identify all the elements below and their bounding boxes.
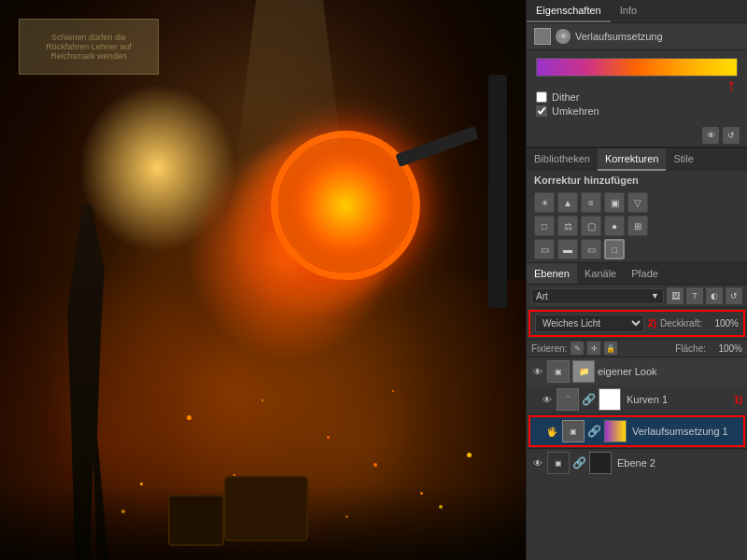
spark [374,463,377,467]
corrections-tabs: Bibliotheken Korrekturen Stile [527,148,747,171]
reset-tool-icon[interactable]: ↺ [723,127,740,144]
layer-mask-ebene2 [589,452,612,474]
properties-toolbar: 👁 ↺ [527,124,747,147]
layer-link-ebene2: 🔗 [572,456,586,469]
dropdown-arrow: ▼ [651,291,659,301]
layers-panel: Ebenen Kanäle Pfade Art ▼ 🖼 T ◐ ↺ Weiche… [527,263,747,560]
layer-link-verlauf: 🔗 [587,425,601,438]
layer-type-select[interactable]: Art ▼ [531,288,664,304]
layer-item-ebene2[interactable]: 👁 ▣ 🔗 Ebene 2 [527,449,747,477]
layer-thumb-ebene2: ▣ [547,452,570,474]
corr-btn-colorbal[interactable]: ▢ [581,216,601,236]
layer-link-kurven: 🔗 [582,393,596,406]
header-eye-icon[interactable]: 👁 [556,29,571,44]
fixieren-label: Fixieren: [531,343,567,354]
layer-mask-kurven [599,388,621,411]
layer-mask-verlauf [604,420,627,442]
group-icon: ▣ [547,360,570,383]
dither-checkbox[interactable] [536,91,547,103]
layer-filter-adjustment[interactable]: ◐ [706,287,723,304]
tab-info[interactable]: Info [611,0,646,22]
layer-thumb-kurven: ⌒ [557,388,579,411]
tab-korrekturen[interactable]: Korrekturen [598,148,666,171]
spark [327,436,330,439]
corr-btn-gradient[interactable]: ▽ [627,192,648,213]
corr-btn-vibrance[interactable]: □ [534,216,555,236]
layers-toolbar: Art ▼ 🖼 T ◐ ↺ [527,285,747,308]
sign-text: Schienen dürfen dieRückfahren Lehner auf… [46,33,132,61]
layers-tabs: Ebenen Kanäle Pfade [527,263,747,285]
corrections-header: Korrektur hinzufügen [527,171,747,189]
group-folder-icon: 📁 [572,360,595,383]
pipe [488,75,507,308]
dither-row: Dither [536,91,738,103]
opacity-value: 100% [706,318,739,329]
corr-btn-photo[interactable]: ⊞ [627,216,648,236]
corr-btn-brightness[interactable]: ☀ [534,192,555,213]
corrections-panel: Bibliotheken Korrekturen Stile Korrektur… [527,148,747,263]
photo-canvas: Schienen dürfen dieRückfahren Lehner auf… [0,0,526,560]
blend-mode-select[interactable]: Weiches Licht [535,315,644,332]
layer-hand-icon: 🖐 [544,424,559,439]
corr-btn-threshold[interactable]: ▬ [557,239,578,259]
layer-group: 👁 ▣ 📁 eigener Look 👁 ⌒ 🔗 Kurven 1 1) 🖐 ▣… [527,357,747,449]
layer-number-kurven: 1) [734,395,742,405]
properties-panel: Eigenschaften Info 👁 Verlaufsumsetzung D… [527,0,747,148]
spark [467,453,472,457]
corr-btn-gradient2[interactable]: ▭ [581,239,601,259]
eye-tool-icon[interactable]: 👁 [702,127,719,144]
gradient-bar[interactable] [536,58,738,77]
tab-kanaele[interactable]: Kanäle [577,263,624,284]
blend-badge: 2) [648,318,656,329]
layer-eye-ebene2[interactable]: 👁 [531,456,544,469]
properties-title: Verlaufsumsetzung [575,31,663,42]
group-name: eigener Look [598,366,742,377]
corr-row-3: ▭ ▬ ▭ □ [534,239,740,259]
layer-filter-smart[interactable]: ↺ [726,287,742,304]
tab-stile[interactable]: Stile [666,148,700,171]
header-layer-icon [534,28,551,45]
corr-row-1: ☀ ▲ ≡ ▣ ▽ [534,192,740,213]
barrel-2 [168,495,224,546]
opacity-label: Deckkraft: [660,318,702,329]
layer-item-verlauf[interactable]: 🖐 ▣ 🔗 Verlaufsumsetzung 1 [529,415,745,447]
layer-name-kurven: Kurven 1 [624,394,729,405]
spark [261,399,263,401]
fill-value: 100% [710,343,742,354]
tab-pfade[interactable]: Pfade [624,263,666,284]
tab-ebenen[interactable]: Ebenen [527,263,577,284]
corr-btn-curves[interactable]: ≡ [581,192,601,213]
corr-btn-bw[interactable]: ● [604,216,625,236]
layer-filter-type[interactable]: T [686,287,703,304]
corr-btn-hsl[interactable]: ⚖ [557,216,578,236]
barrel [224,476,308,541]
fix-move-icon[interactable]: ✛ [587,342,600,355]
tab-eigenschaften[interactable]: Eigenschaften [527,0,611,22]
umkehren-row: Umkehren [536,105,738,117]
corr-btn-selective[interactable]: □ [604,239,625,259]
layer-thumb-verlauf: ▣ [562,420,585,442]
fix-brush-icon[interactable]: ✎ [571,342,584,355]
fix-lock-icon[interactable]: 🔒 [604,342,617,355]
fixieren-row: Fixieren: ✎ ✛ 🔒 Fläche: 100% [527,339,747,357]
spark [392,390,394,392]
layer-group-header[interactable]: 👁 ▣ 📁 eigener Look [527,357,747,385]
right-panel: Eigenschaften Info 👁 Verlaufsumsetzung D… [526,0,747,560]
fill-label: Fläche: [675,343,706,354]
corr-btn-levels[interactable]: ▲ [557,192,578,213]
dither-label: Dither [552,91,579,103]
layer-filter-image[interactable]: 🖼 [667,287,684,304]
layer-item-kurven[interactable]: 👁 ⌒ 🔗 Kurven 1 1) [527,385,747,414]
tab-bibliotheken[interactable]: Bibliotheken [527,148,598,171]
spark [187,415,191,420]
umkehren-label: Umkehren [552,105,599,117]
umkehren-checkbox[interactable] [536,105,547,117]
sign: Schienen dürfen dieRückfahren Lehner auf… [19,19,159,75]
properties-tabs: Eigenschaften Info [527,0,747,23]
corr-btn-exposure[interactable]: ▣ [604,192,625,213]
corrections-grid: ☀ ▲ ≡ ▣ ▽ □ ⚖ ▢ ● ⊞ ▭ ▬ ▭ □ [527,189,747,262]
corr-btn-channel[interactable]: ▭ [534,239,555,259]
layer-eye-kurven[interactable]: 👁 [541,393,554,406]
group-eye[interactable]: 👁 [531,365,544,378]
properties-header: 👁 Verlaufsumsetzung [527,23,747,50]
